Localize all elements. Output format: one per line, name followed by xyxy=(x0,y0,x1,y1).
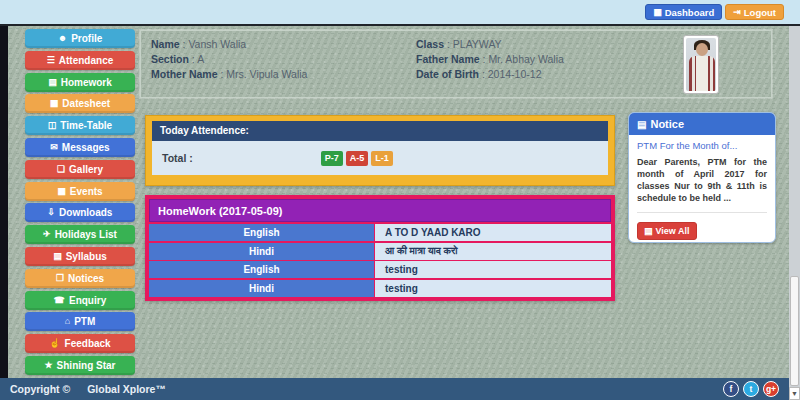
notice-body-text: Dear Parents, PTM for the month of April… xyxy=(637,156,767,205)
sidebar-item-homework[interactable]: ▤ Homework xyxy=(25,73,135,92)
sidebar-item-timetable[interactable]: ◫ Time-Table xyxy=(25,116,135,135)
attendance-badges: P-7 A-5 L-1 xyxy=(321,151,393,166)
homework-text-cell: A TO D YAAD KARO xyxy=(375,224,611,241)
homework-row: English testing xyxy=(149,261,611,278)
sidebar-item-label: Attendance xyxy=(59,55,113,66)
attendance-total-label: Total : xyxy=(162,152,193,164)
sidebar-item-shining-star[interactable]: ★ Shining Star xyxy=(25,356,135,375)
sidebar-item-label: Enquiry xyxy=(69,295,106,306)
enquiry-icon: ☎ xyxy=(54,296,65,305)
logout-button[interactable]: ⇥ Logout xyxy=(725,4,784,20)
homework-subject-cell: Hindi xyxy=(149,280,374,297)
facebook-icon[interactable]: f xyxy=(723,381,739,397)
name-label: Name xyxy=(151,38,180,50)
sidebar-item-messages[interactable]: ✉ Messages xyxy=(25,138,135,157)
view-all-icon: ▤ xyxy=(644,226,653,236)
section-label: Section xyxy=(151,53,189,65)
download-icon: ⇩ xyxy=(48,208,56,217)
sidebar-item-label: Holidays List xyxy=(55,229,117,240)
dashboard-icon: ▦ xyxy=(653,7,662,17)
homework-subject-cell: Hindi xyxy=(149,243,374,260)
homework-text-cell: आ की मात्रा याद करो xyxy=(375,243,611,260)
sidebar-item-profile[interactable]: ☻ Profile xyxy=(25,29,135,48)
footer-bar: Copyright © Global Xplore™ f t g+ xyxy=(0,378,789,400)
homework-subject-cell: English xyxy=(149,224,374,241)
class-value: PLAYWAY xyxy=(453,38,502,50)
homework-row: Hindi आ की मात्रा याद करो xyxy=(149,243,611,260)
dashboard-label: Dashboard xyxy=(665,7,715,18)
vertical-scrollbar[interactable]: ▼ xyxy=(789,26,800,400)
sidebar-item-label: PTM xyxy=(74,316,95,327)
sidebar-item-label: Messages xyxy=(62,142,110,153)
attendance-icon: ☰ xyxy=(47,56,55,65)
logout-icon: ⇥ xyxy=(733,7,741,17)
sidebar-menu: ☻ Profile ☰ Attendance ▤ Homework ▦ Date… xyxy=(25,29,135,375)
student-dob-row: Date of Birth : 2014-10-12 xyxy=(416,67,716,82)
father-name-value: Mr. Abhay Walia xyxy=(488,53,563,65)
message-icon: ✉ xyxy=(50,143,58,152)
notices-icon: ❐ xyxy=(56,274,64,283)
dob-value: 2014-10-12 xyxy=(488,68,542,80)
homework-text-cell: testing xyxy=(375,261,611,278)
leave-count-badge: L-1 xyxy=(371,151,393,166)
logout-label: Logout xyxy=(744,7,776,18)
name-value: Vansh Walia xyxy=(188,38,246,50)
absent-count-badge: A-5 xyxy=(346,151,369,166)
view-all-button[interactable]: ▤ View All xyxy=(637,222,697,240)
sidebar-item-label: Feedback xyxy=(65,338,111,349)
star-icon: ★ xyxy=(45,361,53,370)
notice-card: ▤ Notice PTM For the Month of... Dear Pa… xyxy=(628,112,776,243)
homework-row: English A TO D YAAD KARO xyxy=(149,224,611,241)
sidebar-item-label: Gallery xyxy=(69,164,103,175)
events-icon: ▦ xyxy=(57,187,66,196)
scrollbar-down-arrow[interactable]: ▼ xyxy=(789,387,800,400)
class-label: Class xyxy=(416,38,444,50)
notice-divider xyxy=(637,212,767,213)
homework-row: Hindi testing xyxy=(149,280,611,297)
twitter-icon[interactable]: t xyxy=(743,381,759,397)
top-bar: ▦ Dashboard ⇥ Logout xyxy=(0,0,800,24)
homework-text-cell: testing xyxy=(375,280,611,297)
holidays-icon: ✈ xyxy=(43,230,51,239)
ptm-icon: ⌂ xyxy=(65,317,70,326)
sidebar-item-feedback[interactable]: ☝ Feedback xyxy=(25,334,135,353)
copyright-text: Copyright © Global Xplore™ xyxy=(10,383,166,395)
sidebar-item-syllabus[interactable]: ▤ Syllabus xyxy=(25,247,135,266)
attendance-panel: Today Attendence: Total : P-7 A-5 L-1 xyxy=(145,115,615,186)
sidebar-item-attendance[interactable]: ☰ Attendance xyxy=(25,51,135,70)
present-count-badge: P-7 xyxy=(321,151,343,166)
calendar-icon: ▦ xyxy=(50,99,59,108)
gallery-icon: ❏ xyxy=(57,165,65,174)
sidebar-item-downloads[interactable]: ⇩ Downloads xyxy=(25,203,135,222)
sidebar-item-events[interactable]: ▦ Events xyxy=(25,182,135,201)
notice-title: Notice xyxy=(650,118,684,130)
sidebar-item-label: Shining Star xyxy=(57,360,116,371)
scrollbar-thumb[interactable] xyxy=(790,276,799,386)
left-edge-strip xyxy=(0,26,8,378)
student-father-row: Father Name : Mr. Abhay Walia xyxy=(416,52,716,67)
sidebar-item-label: Syllabus xyxy=(66,251,107,262)
sidebar-item-enquiry[interactable]: ☎ Enquiry xyxy=(25,291,135,310)
dob-label: Date of Birth xyxy=(416,68,479,80)
social-links: f t g+ xyxy=(723,381,779,397)
dashboard-button[interactable]: ▦ Dashboard xyxy=(645,4,722,20)
mother-name-value: Mrs. Vipula Walia xyxy=(226,68,307,80)
sidebar-item-datesheet[interactable]: ▦ Datesheet xyxy=(25,94,135,113)
homework-panel-title: HomeWork (2017-05-09) xyxy=(149,199,611,222)
student-mother-row: Mother Name : Mrs. Vipula Walia xyxy=(151,67,416,82)
sidebar-item-label: Profile xyxy=(71,33,102,44)
student-name-row: Name : Vansh Walia xyxy=(151,37,416,52)
sidebar-item-label: Downloads xyxy=(59,207,112,218)
section-value: A xyxy=(197,53,204,65)
student-info-panel: Name : Vansh Walia Section : A Mother Na… xyxy=(140,30,772,98)
sidebar-item-holidays-list[interactable]: ✈ Holidays List xyxy=(25,225,135,244)
sidebar-item-label: Time-Table xyxy=(60,120,112,131)
student-photo xyxy=(683,35,719,94)
sidebar-item-label: Datesheet xyxy=(62,98,110,109)
notice-subject-link[interactable]: PTM For the Month of... xyxy=(637,140,767,151)
googleplus-icon[interactable]: g+ xyxy=(763,381,779,397)
sidebar-item-ptm[interactable]: ⌂ PTM xyxy=(25,312,135,331)
sidebar-item-gallery[interactable]: ❏ Gallery xyxy=(25,160,135,179)
book-icon: ▤ xyxy=(48,78,57,87)
sidebar-item-notices[interactable]: ❐ Notices xyxy=(25,269,135,288)
